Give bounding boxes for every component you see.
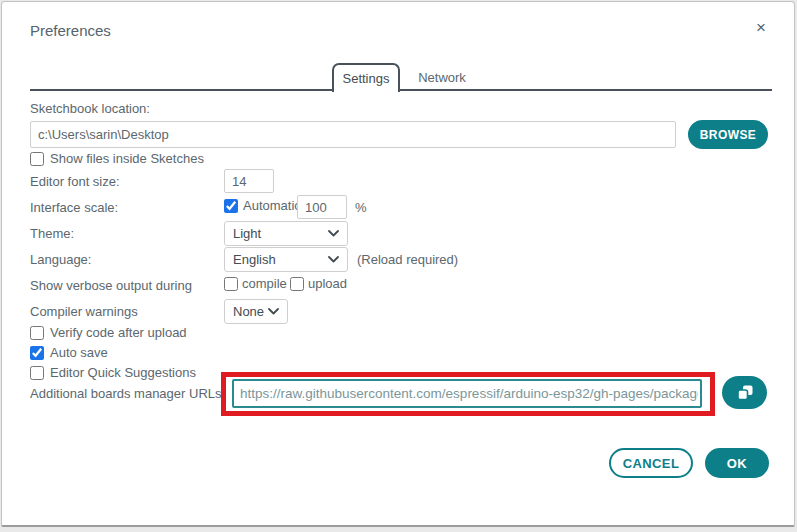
tab-separator-line [30,89,772,91]
interface-scale-input[interactable] [297,195,347,219]
language-select-value: English [233,252,276,267]
interface-scale-unit: % [355,200,367,215]
preferences-dialog: Preferences × Settings Network Sketchboo… [1,1,795,527]
boards-manager-urls-input[interactable] [232,379,702,408]
show-files-checkbox[interactable] [30,152,44,166]
verbose-output-label: Show verbose output during [30,278,192,293]
interface-scale-label: Interface scale: [30,200,118,215]
compiler-warnings-value: None [233,304,264,319]
verify-code-label: Verify code after upload [50,325,187,340]
language-label: Language: [30,252,91,267]
auto-save-row: Auto save [30,345,108,360]
language-select[interactable]: English [224,247,348,272]
quick-suggestions-label: Editor Quick Suggestions [50,365,196,380]
boards-manager-urls-label: Additional boards manager URLs: [30,386,225,401]
compiler-warnings-select[interactable]: None [224,299,288,324]
verify-code-checkbox[interactable] [30,326,44,340]
theme-label: Theme: [30,226,74,241]
verbose-compile-label: compile [242,276,287,291]
chevron-down-icon [268,308,279,315]
close-icon[interactable]: × [750,17,772,39]
theme-select-value: Light [233,226,261,241]
editor-font-size-label: Editor font size: [30,174,120,189]
verbose-compile-row: compile [224,276,287,291]
editor-font-size-input[interactable] [224,169,274,193]
ok-button[interactable]: OK [705,448,769,478]
chevron-down-icon [328,230,339,237]
interface-scale-auto-label: Automatic [243,198,301,213]
verify-code-row: Verify code after upload [30,325,187,340]
tab-settings-label: Settings [343,71,390,86]
auto-save-checkbox[interactable] [30,346,44,360]
compiler-warnings-label: Compiler warnings [30,304,138,319]
quick-suggestions-row: Editor Quick Suggestions [30,365,196,380]
sketchbook-location-input[interactable] [30,121,676,148]
interface-scale-auto-checkbox[interactable] [224,199,238,213]
tab-network-label: Network [418,70,466,85]
verbose-compile-checkbox[interactable] [224,277,238,291]
overlapping-windows-icon [735,384,755,401]
verbose-upload-label: upload [308,276,347,291]
chevron-down-icon [328,256,339,263]
show-files-label: Show files inside Sketches [50,151,204,166]
tab-settings[interactable]: Settings [332,63,400,92]
verbose-upload-checkbox[interactable] [290,277,304,291]
show-files-row: Show files inside Sketches [30,151,204,166]
sketchbook-location-label: Sketchbook location: [30,101,150,116]
tab-network[interactable]: Network [407,65,477,89]
boards-urls-list-button[interactable] [722,376,767,409]
quick-suggestions-checkbox[interactable] [30,366,44,380]
language-reload-note: (Reload required) [357,252,458,267]
dialog-title: Preferences [30,22,111,39]
theme-select[interactable]: Light [224,221,348,246]
cancel-button[interactable]: CANCEL [609,448,693,478]
browse-button[interactable]: BROWSE [688,120,768,149]
interface-scale-row: Automatic [224,198,301,213]
auto-save-label: Auto save [50,345,108,360]
verbose-upload-row: upload [290,276,347,291]
